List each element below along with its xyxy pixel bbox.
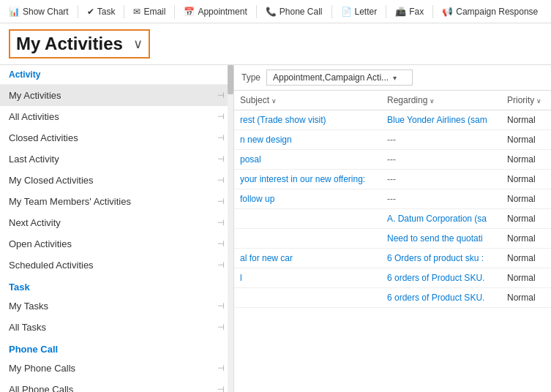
fax-icon: 📠 — [395, 7, 406, 17]
subject-link[interactable]: posal — [240, 154, 261, 165]
col-header-regarding[interactable]: Regarding∨ — [381, 91, 501, 110]
table-row: your interest in our new offering:---Nor… — [234, 170, 551, 189]
toolbar-btn-letter[interactable]: 📄Letter — [335, 4, 383, 20]
toolbar-btn-email[interactable]: ✉Email — [127, 4, 171, 20]
dropdown-item[interactable]: My Team Members' Activities⊣ — [0, 191, 233, 212]
toolbar-btn-label: Campaign Response — [456, 7, 538, 17]
dropdown-item[interactable]: Last Activity⊣ — [0, 148, 233, 170]
dropdown-category-label: Phone Call — [0, 338, 233, 358]
dropdown-item[interactable]: My Phone Calls⊣ — [0, 358, 233, 379]
filter-type-value: Appointment,Campaign Acti... — [273, 72, 389, 83]
toolbar-separator — [386, 5, 386, 18]
regarding-link[interactable]: Blue Yonder Airlines (sam — [387, 115, 487, 125]
regarding-link[interactable]: 6 Orders of product sku : — [387, 253, 484, 263]
toolbar-btn-phone-call[interactable]: 📞Phone Call — [260, 4, 329, 20]
regarding-value: --- — [387, 174, 396, 184]
regarding-link[interactable]: 6 orders of Product SKU. — [387, 273, 484, 283]
subject-link[interactable]: follow up — [240, 194, 274, 204]
filter-type-dropdown[interactable]: Appointment,Campaign Acti... ▾ — [266, 69, 413, 86]
dropdown-panel: Activity My Activities⊣All Activities⊣Cl… — [0, 65, 234, 392]
header-title-box[interactable]: My Activities ∨ — [9, 29, 150, 59]
cell-subject[interactable]: posal — [234, 150, 381, 170]
pin-icon: ⊣ — [217, 385, 225, 392]
dropdown-item[interactable]: Closed Activities⊣ — [0, 127, 233, 148]
filter-chevron-icon: ▾ — [393, 74, 397, 82]
scrollbar-thumb[interactable] — [228, 65, 233, 94]
toolbar-btn-appointment[interactable]: 📅Appointment — [178, 4, 252, 20]
table-area: Subject∨Regarding∨Priority∨ rest (Trade … — [234, 91, 551, 392]
table-row: 6 orders of Product SKU.Normal — [234, 288, 551, 308]
dropdown-item[interactable]: Open Activities⊣ — [0, 233, 233, 255]
sort-icon: ∨ — [271, 97, 277, 105]
cell-priority: Normal — [501, 229, 551, 249]
dropdown-item[interactable]: All Activities⊣ — [0, 106, 233, 127]
dropdown-item[interactable]: My Activities⊣ — [0, 85, 233, 106]
cell-subject[interactable]: your interest in our new offering: — [234, 170, 381, 189]
priority-value: Normal — [507, 273, 536, 283]
col-header-priority[interactable]: Priority∨ — [501, 91, 551, 110]
header-chevron-icon[interactable]: ∨ — [133, 36, 143, 52]
regarding-value: --- — [387, 154, 396, 165]
dropdown-item-label: All Phone Calls — [9, 384, 73, 392]
priority-value: Normal — [507, 293, 536, 303]
pin-icon: ⊣ — [217, 218, 225, 227]
dropdown-item[interactable]: All Phone Calls⊣ — [0, 379, 233, 392]
cell-subject[interactable]: al for new car — [234, 249, 381, 268]
dropdown-item-label: Last Activity — [9, 154, 59, 165]
dropdown-item[interactable]: All Tasks⊣ — [0, 317, 233, 338]
dropdown-item[interactable]: My Tasks⊣ — [0, 295, 233, 317]
cell-priority: Normal — [501, 268, 551, 288]
chart-icon: 📊 — [9, 7, 20, 17]
cell-regarding[interactable]: 6 orders of Product SKU. — [381, 288, 501, 308]
cell-subject[interactable]: follow up — [234, 189, 381, 209]
dropdown-item[interactable]: My Closed Activities⊣ — [0, 170, 233, 191]
phone-icon: 📞 — [266, 7, 277, 17]
cell-regarding[interactable]: Blue Yonder Airlines (sam — [381, 110, 501, 130]
cell-subject — [234, 288, 381, 308]
header-area: My Activities ∨ — [0, 23, 551, 65]
regarding-link[interactable]: Need to send the quotati — [387, 233, 483, 244]
subject-link[interactable]: l — [240, 273, 242, 283]
subject-link[interactable]: n new design — [240, 135, 292, 145]
cell-regarding[interactable]: 6 Orders of product sku : — [381, 249, 501, 268]
scrollbar[interactable] — [228, 65, 233, 392]
toolbar-separator — [174, 5, 175, 18]
col-label: Subject — [240, 95, 269, 105]
pin-icon: ⊣ — [217, 197, 225, 206]
pin-icon: ⊣ — [217, 260, 225, 270]
filter-type-label: Type — [241, 72, 260, 83]
cell-regarding[interactable]: A. Datum Corporation (sa — [381, 209, 501, 229]
task-icon: ✔ — [87, 7, 94, 17]
appt-icon: 📅 — [184, 7, 195, 17]
email-icon: ✉ — [133, 7, 140, 17]
regarding-link[interactable]: 6 orders of Product SKU. — [387, 293, 484, 303]
cell-regarding[interactable]: 6 orders of Product SKU. — [381, 268, 501, 288]
subject-link[interactable]: al for new car — [240, 253, 293, 263]
sort-icon: ∨ — [536, 97, 541, 105]
toolbar-btn-fax[interactable]: 📠Fax — [389, 4, 430, 20]
cell-priority: Normal — [501, 150, 551, 170]
dropdown-item[interactable]: Next Activity⊣ — [0, 212, 233, 233]
toolbar-separator — [78, 5, 78, 18]
dropdown-item[interactable]: Scheduled Activities⊣ — [0, 255, 233, 276]
page-title: My Activities — [16, 34, 123, 54]
table-row: A. Datum Corporation (saNormal — [234, 209, 551, 229]
toolbar-btn-label: Appointment — [198, 7, 247, 17]
cell-subject — [234, 209, 381, 229]
toolbar-btn-task[interactable]: ✔Task — [81, 4, 121, 20]
pin-icon: ⊣ — [217, 301, 225, 311]
toolbar-btn-show-chart[interactable]: 📊Show Chart — [3, 4, 75, 20]
col-header-subject[interactable]: Subject∨ — [234, 91, 381, 110]
toolbar-btn-label: Task — [97, 7, 116, 17]
table-row: rest (Trade show visit)Blue Yonder Airli… — [234, 110, 551, 130]
pin-icon: ⊣ — [217, 176, 225, 185]
subject-link[interactable]: rest (Trade show visit) — [240, 115, 326, 125]
cell-regarding[interactable]: Need to send the quotati — [381, 229, 501, 249]
toolbar-btn-campaign-response[interactable]: 📢Campaign Response — [436, 4, 544, 20]
regarding-link[interactable]: A. Datum Corporation (sa — [387, 214, 487, 224]
subject-link[interactable]: your interest in our new offering: — [240, 174, 365, 184]
cell-subject[interactable]: l — [234, 268, 381, 288]
cell-subject[interactable]: rest (Trade show visit) — [234, 110, 381, 130]
cell-subject[interactable]: n new design — [234, 130, 381, 150]
priority-value: Normal — [507, 233, 536, 244]
